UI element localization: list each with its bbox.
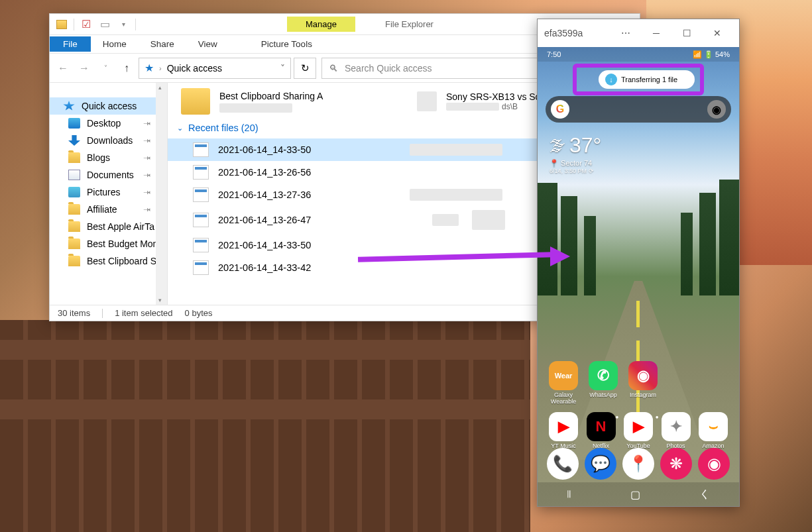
refresh-button[interactable]: ↻: [294, 58, 316, 79]
app-label: WhatsApp: [587, 392, 620, 399]
app-grid: WearGalaxy Wearable✆WhatsApp◉Instagram ▶…: [538, 361, 739, 456]
sidebar-item[interactable]: Best Apple AirTa: [50, 218, 167, 235]
phone-nav-bar: ⦀ ▢ く: [538, 482, 739, 506]
share-tab[interactable]: Share: [139, 36, 186, 52]
more-button[interactable]: ⋯: [610, 19, 641, 47]
app-galaxy-wearable[interactable]: WearGalaxy Wearable: [547, 361, 580, 405]
file-icon: [193, 213, 209, 227]
file-icon: [193, 187, 209, 202]
qat-dropdown-icon[interactable]: ▾: [117, 18, 130, 31]
explorer-icon: [55, 18, 68, 31]
sidebar-item[interactable]: Blogs📌︎: [50, 149, 167, 166]
dl-icon: [68, 135, 80, 146]
file-name: 2021-06-14_13-26-47: [218, 215, 311, 225]
dock-app[interactable]: 📞: [547, 448, 579, 480]
weather-location: 📍 Sector 74: [550, 159, 601, 168]
sidebar-label: Downloads: [87, 135, 133, 146]
star-icon: [63, 101, 75, 111]
status-battery: 📶 🔋 54%: [693, 50, 730, 59]
folder-icon: [68, 239, 80, 249]
frequent-folder[interactable]: Best Clipboard Sharing A: [168, 87, 404, 116]
dock-app[interactable]: 💬: [585, 448, 616, 480]
recent-files-label: Recent files (20): [188, 123, 259, 133]
address-dropdown-icon[interactable]: ˅: [280, 63, 285, 74]
file-name: 2021-06-14_14-33-42: [218, 262, 311, 273]
app-instagram[interactable]: ◉Instagram: [626, 361, 660, 405]
sidebar-scrollbar[interactable]: [156, 83, 167, 305]
sidebar-label: Best Clipboard S: [87, 256, 156, 266]
app-label: Galaxy Wearable: [547, 392, 580, 405]
close-button[interactable]: ✕: [702, 19, 732, 47]
sidebar-item[interactable]: Best Budget Mon: [50, 235, 167, 252]
file-name: 2021-06-14_14-33-50: [218, 240, 311, 250]
forward-button[interactable]: →: [75, 59, 93, 78]
up-button[interactable]: ↑: [117, 59, 136, 78]
weather-widget[interactable]: 🌫37° 📍 Sector 74 6/14, 3:50 PM ⟳: [550, 133, 601, 174]
sidebar-label: Documents: [87, 170, 134, 180]
lens-icon[interactable]: ◉: [707, 100, 726, 119]
back-button[interactable]: く: [699, 488, 710, 502]
page-indicator[interactable]: ● ● ● ● ●: [538, 414, 739, 420]
maximize-button[interactable]: ☐: [671, 19, 702, 47]
desktop-icon: [68, 118, 80, 129]
recents-button[interactable]: ⦀: [567, 488, 571, 500]
home-tab[interactable]: Home: [91, 36, 139, 52]
folder-name: Best Clipboard Sharing A: [219, 91, 323, 101]
app-whatsapp[interactable]: ✆WhatsApp: [587, 361, 620, 405]
sidebar-label: Desktop: [87, 118, 121, 129]
recent-dropdown[interactable]: ˅: [96, 59, 115, 78]
status-time: 7:50: [547, 50, 561, 58]
selected-count: 1 item selected: [115, 308, 172, 318]
sidebar-item[interactable]: Documents📌︎: [50, 166, 167, 184]
dock-app[interactable]: ◉: [698, 448, 730, 480]
picture-tools-tab[interactable]: Picture Tools: [249, 36, 324, 52]
sidebar-item[interactable]: Downloads📌︎: [50, 132, 167, 149]
google-search-bar[interactable]: G ◉: [546, 96, 731, 123]
annotation-highlight: [573, 64, 704, 95]
pin-icon: 📌︎: [141, 134, 153, 146]
folder-path-frag: ds\B: [502, 102, 518, 111]
sidebar-label: Blogs: [87, 152, 110, 163]
item-count: 30 items: [58, 308, 90, 318]
file-icon: [193, 142, 209, 157]
weather-icon: 🌫: [550, 136, 565, 155]
blurred-path: [219, 103, 292, 113]
folder-icon: [68, 221, 80, 232]
qat-newfolder-icon[interactable]: ▭: [98, 18, 111, 31]
sidebar-label: Best Apple AirTa: [87, 221, 154, 232]
file-tab[interactable]: File: [50, 36, 91, 52]
manage-tab[interactable]: Manage: [287, 17, 355, 32]
chevron-down-icon: ⌄: [177, 124, 183, 133]
sidebar-item[interactable]: Best Clipboard S: [50, 252, 167, 270]
chevron-right-icon: ›: [159, 64, 162, 72]
sidebar-item[interactable]: Desktop📌︎: [50, 115, 167, 132]
home-button[interactable]: ▢: [630, 488, 640, 501]
sidebar-label: Affiliate: [87, 204, 117, 215]
sidebar-label: Quick access: [82, 101, 137, 111]
qat-properties-icon[interactable]: ☑: [80, 18, 93, 31]
view-tab[interactable]: View: [186, 36, 229, 52]
sidebar-item[interactable]: Pictures📌︎: [50, 184, 167, 201]
dock-app[interactable]: ❋: [660, 448, 692, 480]
pic-icon: [68, 187, 80, 197]
minimize-button[interactable]: ─: [641, 19, 671, 47]
pin-icon: 📌︎: [141, 203, 153, 215]
folder-icon: [181, 88, 210, 115]
file-name: 2021-06-14_14-33-50: [218, 144, 311, 155]
sidebar-label: Pictures: [87, 187, 121, 197]
file-icon: [193, 260, 209, 275]
app-label: Instagram: [626, 392, 660, 399]
sidebar: Quick accessDesktop📌︎Downloads📌︎Blogs📌︎D…: [50, 83, 168, 305]
dock-app[interactable]: 📍: [622, 448, 654, 480]
sidebar-item[interactable]: Quick access: [50, 97, 167, 115]
pin-icon: 📌︎: [141, 152, 153, 164]
sidebar-item[interactable]: Affiliate📌︎: [50, 201, 167, 218]
address-bar[interactable]: ★ › Quick access ˅: [139, 58, 291, 79]
temperature: 37°: [569, 133, 601, 158]
search-placeholder: Search Quick access: [345, 63, 432, 74]
phone-screen[interactable]: 7:50 📶 🔋 54% ↓ Transferring 1 file G ◉ 🌫…: [538, 47, 739, 506]
folder-icon: [68, 152, 80, 163]
weather-time: 6/14, 3:50 PM ⟳: [550, 168, 601, 174]
back-button[interactable]: ←: [54, 59, 72, 78]
phone-titlebar[interactable]: efa3599a ⋯ ─ ☐ ✕: [538, 19, 739, 47]
